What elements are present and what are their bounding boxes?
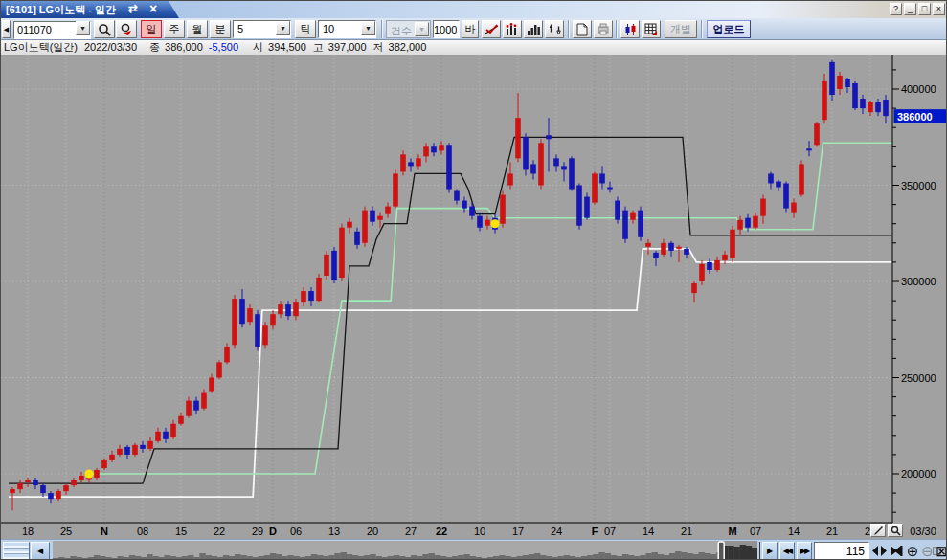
svg-text:M: M	[728, 526, 736, 537]
close-label: 종	[149, 40, 160, 55]
open-value: 394,500	[268, 40, 306, 55]
svg-text:03/30: 03/30	[910, 526, 936, 537]
compress-icon[interactable]	[871, 542, 888, 560]
close-value: 386,000	[165, 40, 203, 55]
stock-code-dropdown-arrow[interactable]: ▼	[76, 21, 90, 35]
volume-count-input[interactable]	[433, 20, 460, 38]
stock-code-combobox[interactable]: ▼	[13, 20, 91, 38]
search-back-icon	[120, 23, 134, 36]
quote-date: 2022/03/30	[84, 40, 137, 55]
upload-button[interactable]: 업로드	[707, 20, 751, 38]
go-to-end-icon[interactable]	[889, 542, 904, 560]
svg-text:21: 21	[681, 526, 692, 537]
bar-button[interactable]: 바	[462, 20, 479, 38]
zoom-in-icon[interactable]: ⊕	[905, 542, 920, 560]
svg-text:17: 17	[512, 526, 524, 537]
tick-combobox[interactable]: 10 ▼	[318, 20, 376, 38]
svg-text:14: 14	[788, 526, 800, 537]
svg-text:250000: 250000	[901, 372, 936, 384]
search-icon	[98, 23, 111, 36]
zoom-tool-button[interactable]	[888, 524, 903, 537]
close-button[interactable]: ×	[933, 3, 945, 15]
minimize-button[interactable]: _	[904, 3, 916, 15]
magnifier-icon	[891, 526, 901, 536]
minute-dropdown-arrow[interactable]: ▼	[276, 21, 290, 35]
low-value: 382,000	[389, 40, 427, 55]
svg-text:15: 15	[175, 526, 187, 537]
high-value: 397,000	[328, 40, 367, 55]
period-minute-button[interactable]: 분	[210, 20, 231, 38]
svg-text:300000: 300000	[901, 276, 936, 287]
bar-chart-icon	[527, 23, 540, 35]
close-panel-icon[interactable]: ⊠	[936, 542, 947, 560]
help-button[interactable]: ?	[890, 3, 902, 15]
tick-bars-icon	[506, 23, 519, 35]
maximize-button[interactable]: □	[918, 3, 931, 15]
volume-chart-button[interactable]	[524, 20, 543, 38]
toolbar-scroll-left-button[interactable]: ◀	[2, 20, 11, 38]
open-label: 시	[253, 40, 263, 55]
search-button[interactable]	[94, 20, 115, 38]
svg-text:27: 27	[405, 526, 417, 537]
trendline-tool-button[interactable]	[482, 20, 501, 38]
window-title: [6101] LG이노텍 - 일간	[6, 3, 116, 17]
chart-area: 4000003500003000002500002000003860001825…	[1, 55, 947, 538]
tick-button[interactable]: 틱	[295, 20, 316, 38]
count-dropdown: 건수 ▼	[386, 20, 431, 38]
svg-text:F: F	[592, 526, 598, 537]
up-down-arrows-icon	[549, 23, 561, 35]
svg-text:18: 18	[22, 526, 34, 537]
grid-settings-button[interactable]	[642, 20, 661, 38]
candle-style-button[interactable]	[620, 20, 640, 38]
fast-back-button[interactable]: ◀◀	[779, 542, 795, 560]
printer-icon	[597, 23, 610, 35]
save-page-button[interactable]	[573, 20, 592, 38]
candlestick-chart[interactable]: 4000003500003000002500002000003860001825…	[1, 55, 947, 538]
svg-text:06: 06	[290, 526, 302, 537]
svg-text:22: 22	[436, 526, 447, 537]
svg-text:10: 10	[474, 526, 485, 537]
svg-text:350000: 350000	[901, 180, 936, 191]
svg-text:200000: 200000	[901, 468, 936, 480]
count-label: 건수	[387, 25, 412, 36]
draw-tool-button[interactable]	[870, 524, 886, 537]
period-day-button[interactable]: 일	[141, 20, 162, 38]
pencil-icon	[873, 526, 884, 536]
history-scrollbar[interactable]	[53, 541, 757, 559]
tab-close-icon[interactable]: ×	[149, 1, 157, 16]
individual-button: 개별	[665, 20, 697, 38]
low-label: 저	[373, 40, 384, 55]
fast-forward-button[interactable]: ▶▶	[797, 542, 812, 560]
print-button	[594, 20, 613, 38]
svg-text:400000: 400000	[901, 83, 936, 95]
document-icon	[576, 23, 588, 36]
change-value: -5,500	[209, 40, 238, 55]
svg-text:07: 07	[604, 526, 616, 537]
bar-count-input[interactable]	[814, 542, 869, 560]
scroll-left-button[interactable]: ◀	[31, 542, 50, 560]
link-icon[interactable]: ⇄	[128, 2, 138, 15]
tick-chart-button[interactable]	[503, 20, 522, 38]
svg-text:25: 25	[60, 526, 72, 537]
research-button[interactable]	[116, 20, 137, 38]
svg-text:29: 29	[252, 526, 263, 537]
scrollbar-grip[interactable]	[3, 542, 30, 560]
grid-icon	[644, 23, 658, 35]
svg-text:22: 22	[214, 526, 225, 537]
high-label: 고	[313, 40, 324, 55]
svg-text:08: 08	[137, 526, 148, 537]
svg-text:13: 13	[328, 526, 340, 537]
svg-text:N: N	[101, 526, 108, 537]
svg-text:D: D	[269, 526, 277, 537]
period-month-button[interactable]: 월	[187, 20, 208, 38]
sort-updown-button[interactable]	[545, 20, 564, 38]
svg-text:24: 24	[551, 526, 562, 537]
period-week-button[interactable]: 주	[164, 20, 185, 38]
play-button[interactable]: ▶	[762, 542, 778, 560]
count-dropdown-arrow: ▼	[415, 22, 429, 36]
tick-dropdown-arrow[interactable]: ▼	[361, 21, 375, 35]
chart-window: [6101] LG이노텍 - 일간 ⇄ × ? _ □ × ◀ ▼ 일 주 월 …	[0, 0, 947, 560]
toolbar: ◀ ▼ 일 주 월 분 5 ▼ 틱 10 ▼ 건수 ▼ 바	[1, 18, 947, 40]
window-tab[interactable]: [6101] LG이노텍 - 일간 ⇄ ×	[1, 1, 179, 18]
minute-combobox[interactable]: 5 ▼	[233, 20, 291, 38]
